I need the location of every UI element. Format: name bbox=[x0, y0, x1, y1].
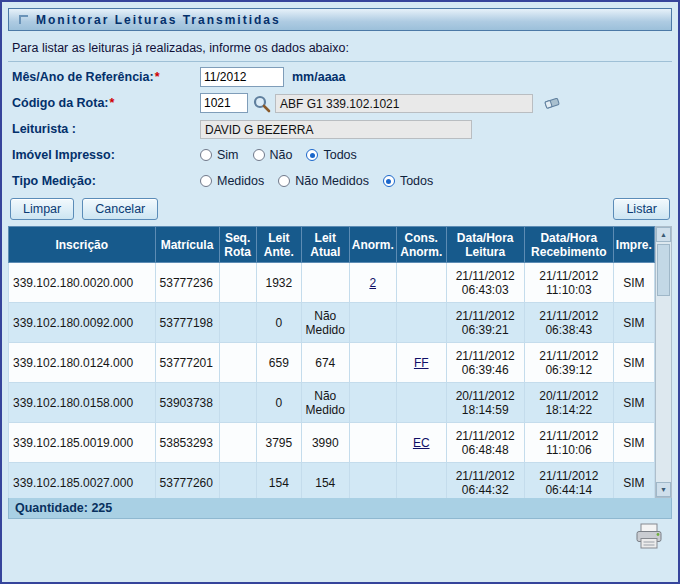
leiturista-field: DAVID G BEZERRA bbox=[200, 120, 472, 139]
radio-label: Medidos bbox=[217, 174, 264, 188]
cell-anorm: 2 bbox=[349, 263, 396, 303]
label-text: Código da Rota: bbox=[12, 96, 109, 110]
radio-label: Todos bbox=[400, 174, 433, 188]
radio-label: Não bbox=[270, 148, 293, 162]
cell-cons-anorm bbox=[396, 383, 446, 423]
radio-circle-icon[interactable] bbox=[383, 175, 395, 187]
cell-leit-ante: 154 bbox=[256, 463, 301, 499]
cancelar-button[interactable]: Cancelar bbox=[82, 198, 158, 220]
cell-anorm bbox=[349, 343, 396, 383]
bottom-strip bbox=[2, 519, 678, 550]
cell-seq-rota bbox=[219, 263, 256, 303]
col-header-cons-anorm: Cons. Anorm. bbox=[396, 227, 446, 263]
scroll-up-arrow-icon[interactable]: ▲ bbox=[656, 227, 671, 242]
cell-matricula: 53777236 bbox=[155, 263, 219, 303]
leituras-table: Inscrição Matrícula Seq. Rota Leit Ante.… bbox=[8, 226, 655, 498]
imovel-impresso-label: Imóvel Impresso: bbox=[12, 148, 200, 162]
cell-inscricao: 339.102.185.0027.000 bbox=[9, 463, 156, 499]
cell-dh-recebimento: 21/11/2012 06:39:12 bbox=[524, 343, 613, 383]
col-header-impre: Impre. bbox=[613, 227, 654, 263]
page-title: Monitorar Leituras Transmitidas bbox=[36, 13, 281, 27]
radio-circle-icon[interactable] bbox=[306, 149, 318, 161]
cell-impre: SIM bbox=[613, 423, 654, 463]
required-asterisk: * bbox=[155, 70, 160, 84]
col-header-seq-rota: Seq. Rota bbox=[219, 227, 256, 263]
cons-anormalidade-link[interactable]: FF bbox=[414, 356, 429, 370]
cell-matricula: 53777260 bbox=[155, 463, 219, 499]
cell-anorm bbox=[349, 463, 396, 499]
mes-ano-input[interactable] bbox=[200, 67, 284, 87]
label-text: Imóvel Impresso: bbox=[12, 148, 115, 162]
cell-leit-atual: 674 bbox=[302, 343, 349, 383]
radio-label: Sim bbox=[217, 148, 239, 162]
mes-ano-label: Mês/Ano de Referência:* bbox=[12, 70, 200, 84]
cell-inscricao: 339.102.180.0020.000 bbox=[9, 263, 156, 303]
cell-matricula: 53777198 bbox=[155, 303, 219, 343]
cell-impre: SIM bbox=[613, 383, 654, 423]
cell-dh-recebimento: 21/11/2012 11:10:03 bbox=[524, 263, 613, 303]
cell-dh-leitura: 21/11/2012 06:43:03 bbox=[446, 263, 524, 303]
radio-circle-icon[interactable] bbox=[200, 175, 212, 187]
printer-icon[interactable] bbox=[634, 523, 664, 550]
anormalidade-link[interactable]: 2 bbox=[369, 276, 376, 290]
imovel-impresso-row: Imóvel Impresso: Sim Não Todos bbox=[12, 144, 668, 166]
table-row: 339.102.180.0158.000 53903738 0 Não Medi… bbox=[9, 383, 655, 423]
results-table-viewport: Inscrição Matrícula Seq. Rota Leit Ante.… bbox=[8, 226, 655, 498]
action-buttons-row: Limpar Cancelar Listar bbox=[10, 198, 670, 220]
cell-cons-anorm bbox=[396, 303, 446, 343]
cell-leit-ante: 1932 bbox=[256, 263, 301, 303]
cell-leit-atual: 154 bbox=[302, 463, 349, 499]
col-header-matricula: Matrícula bbox=[155, 227, 219, 263]
cell-dh-leitura: 20/11/2012 18:14:59 bbox=[446, 383, 524, 423]
separator bbox=[8, 61, 672, 62]
listar-button[interactable]: Listar bbox=[613, 198, 670, 220]
limpar-button[interactable]: Limpar bbox=[10, 198, 74, 220]
cell-dh-recebimento: 21/11/2012 11:10:06 bbox=[524, 423, 613, 463]
radio-imovel-todos[interactable]: Todos bbox=[306, 148, 356, 162]
cell-matricula: 53853293 bbox=[155, 423, 219, 463]
radio-medicao-nao-medidos[interactable]: Não Medidos bbox=[278, 174, 369, 188]
table-row: 339.102.180.0020.000 53777236 1932 2 21/… bbox=[9, 263, 655, 303]
cell-anorm bbox=[349, 423, 396, 463]
monitorar-leituras-window: Monitorar Leituras Transmitidas Para lis… bbox=[0, 0, 680, 584]
cell-leit-ante: 0 bbox=[256, 303, 301, 343]
results-table-zone: Inscrição Matrícula Seq. Rota Leit Ante.… bbox=[8, 226, 672, 498]
radio-label: Todos bbox=[323, 148, 356, 162]
table-row: 339.102.185.0019.000 53853293 3795 3990 … bbox=[9, 423, 655, 463]
eraser-icon[interactable] bbox=[543, 95, 562, 111]
tipo-medicao-label: Tipo Medição: bbox=[12, 174, 200, 188]
codigo-rota-input[interactable] bbox=[200, 93, 248, 113]
cell-cons-anorm bbox=[396, 263, 446, 303]
cell-inscricao: 339.102.185.0019.000 bbox=[9, 423, 156, 463]
cell-dh-leitura: 21/11/2012 06:39:21 bbox=[446, 303, 524, 343]
radio-medicao-todos[interactable]: Todos bbox=[383, 174, 433, 188]
vertical-scrollbar[interactable]: ▲ ▼ bbox=[655, 226, 672, 498]
tipo-medicao-row: Tipo Medição: Medidos Não Medidos Todos bbox=[12, 170, 668, 192]
cell-matricula: 53903738 bbox=[155, 383, 219, 423]
cell-inscricao: 339.102.180.0158.000 bbox=[9, 383, 156, 423]
scrollbar-track[interactable] bbox=[656, 242, 671, 482]
radio-circle-icon[interactable] bbox=[278, 175, 290, 187]
scroll-down-arrow-icon[interactable]: ▼ bbox=[656, 482, 671, 497]
col-header-leit-atual: Leit Atual bbox=[302, 227, 349, 263]
cell-impre: SIM bbox=[613, 463, 654, 499]
col-header-inscricao: Inscrição bbox=[9, 227, 156, 263]
mes-ano-row: Mês/Ano de Referência:* mm/aaaa bbox=[12, 66, 668, 88]
table-row: 339.102.180.0124.000 53777201 659 674 FF… bbox=[9, 343, 655, 383]
titlebar-corner-decoration bbox=[19, 15, 28, 24]
label-text: Tipo Medição: bbox=[12, 174, 96, 188]
search-icon[interactable] bbox=[252, 94, 271, 113]
radio-circle-icon[interactable] bbox=[200, 149, 212, 161]
cell-leit-atual bbox=[302, 263, 349, 303]
cell-inscricao: 339.102.180.0124.000 bbox=[9, 343, 156, 383]
cell-leit-ante: 659 bbox=[256, 343, 301, 383]
codigo-rota-row: Código da Rota:* ABF G1 339.102.1021 bbox=[12, 92, 668, 114]
cons-anormalidade-link[interactable]: EC bbox=[413, 436, 430, 450]
radio-imovel-sim[interactable]: Sim bbox=[200, 148, 239, 162]
radio-medicao-medidos[interactable]: Medidos bbox=[200, 174, 264, 188]
mes-ano-format-hint: mm/aaaa bbox=[292, 70, 346, 84]
radio-imovel-nao[interactable]: Não bbox=[253, 148, 293, 162]
scrollbar-thumb[interactable] bbox=[657, 244, 670, 296]
radio-label: Não Medidos bbox=[295, 174, 369, 188]
radio-circle-icon[interactable] bbox=[253, 149, 265, 161]
